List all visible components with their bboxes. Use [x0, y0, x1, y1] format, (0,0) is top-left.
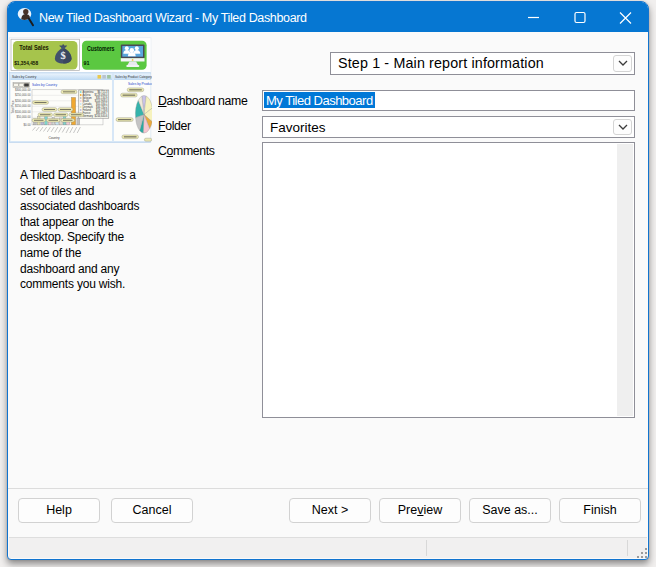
svg-text:91: 91: [83, 60, 89, 66]
svg-text:Germany: Germany: [82, 114, 93, 118]
svg-text:Sales by Country: Sales by Country: [32, 83, 57, 87]
svg-text:$244,640.6: $244,640.6: [94, 114, 108, 118]
svg-text:$0.00: $0.00: [23, 123, 30, 127]
svg-text:$: $: [60, 50, 65, 61]
svg-text:Country: Country: [48, 136, 60, 140]
svg-text:Sales by Product Category: Sales by Product Category: [115, 75, 152, 79]
svg-text:$50,000.00: $50,000.00: [16, 115, 30, 119]
svg-text:Customers: Customers: [87, 45, 115, 52]
svg-text:$100,000.00: $100,000.00: [15, 110, 31, 114]
svg-text:$300,000.00: $300,000.00: [15, 88, 31, 92]
svg-text:$150,000.00: $150,000.00: [15, 104, 31, 108]
svg-text:Total Price: Total Price: [10, 100, 14, 114]
svg-text:Total Sales: Total Sales: [19, 44, 49, 51]
svg-text:Sales by Country: Sales by Country: [12, 75, 37, 79]
svg-text:Sales by Product: Sales by Product: [128, 82, 152, 86]
svg-text:$250,000.00: $250,000.00: [15, 93, 31, 97]
svg-text:$200,000.00: $200,000.00: [15, 99, 31, 103]
svg-text:$1,354,458: $1,354,458: [14, 60, 38, 66]
